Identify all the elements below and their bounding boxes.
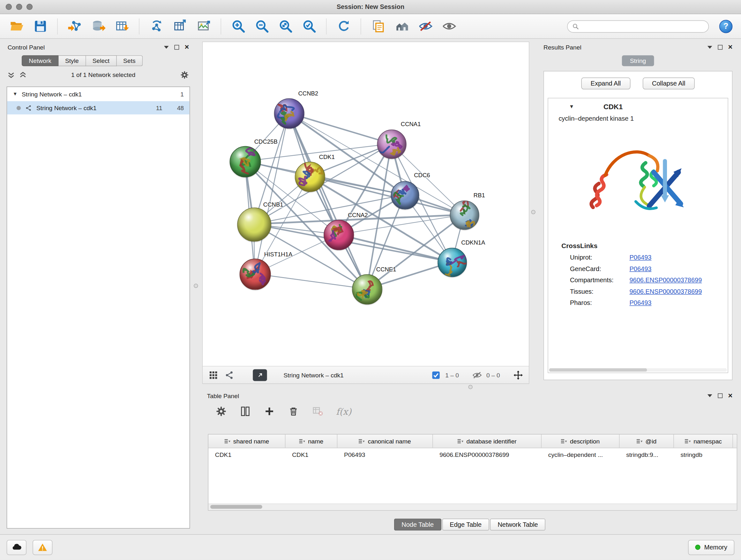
memory-status-button[interactable]: Memory [688, 540, 734, 555]
disclosure-triangle-icon[interactable]: ▼ [569, 104, 574, 109]
network-node-CDC6[interactable] [391, 181, 419, 209]
crosslink-value-link[interactable]: 9606.ENSP00000378699 [630, 276, 702, 284]
crosslink-value-link[interactable]: P06493 [630, 265, 652, 272]
network-node-CDC25B[interactable] [230, 146, 261, 178]
network-tree: ▼ String Network – cdk1 1 String Network… [7, 86, 190, 529]
scrollbar-thumb[interactable] [210, 505, 262, 509]
column-header-database-identifier[interactable]: database identifier [433, 435, 542, 448]
show-style-button[interactable] [439, 16, 459, 36]
horizontal-splitter-handle[interactable] [468, 385, 473, 389]
network-collection-count: 1 [180, 91, 184, 98]
minimize-window-button[interactable] [16, 4, 22, 10]
tab-string[interactable]: String [622, 55, 654, 66]
gene-section-header[interactable]: ▼ CDK1 [548, 98, 728, 114]
tab-network-table[interactable]: Network Table [490, 519, 546, 531]
import-network-database-button[interactable] [88, 16, 108, 36]
crosslink-value-link[interactable]: P06493 [630, 254, 652, 261]
network-node-HIST1H1A[interactable] [240, 259, 271, 290]
delete-trash-icon[interactable] [288, 406, 299, 417]
import-table-file-button[interactable] [112, 16, 132, 36]
zoom-selected-button[interactable] [299, 16, 319, 36]
close-panel-icon[interactable]: × [728, 44, 732, 51]
maximize-panel-icon[interactable] [174, 45, 179, 50]
maximize-window-button[interactable] [26, 4, 32, 10]
tab-network[interactable]: Network [22, 55, 58, 66]
zoom-in-button[interactable] [228, 16, 248, 36]
toolbar-separator [221, 18, 221, 34]
new-network-button[interactable] [146, 16, 166, 36]
close-panel-icon[interactable]: × [728, 392, 732, 400]
crosslink-label: GeneCard: [570, 265, 630, 272]
show-columns-icon[interactable] [240, 406, 251, 417]
network-collection-row[interactable]: ▼ String Network – cdk1 1 [7, 87, 190, 101]
cloud-icon [11, 542, 22, 553]
network-node-CCNB1[interactable] [237, 207, 271, 242]
help-button[interactable]: ? [719, 19, 732, 33]
tab-edge-table[interactable]: Edge Table [442, 519, 489, 531]
close-panel-icon[interactable]: × [185, 44, 189, 51]
crosslink-value-link[interactable]: 9606.ENSP00000378699 [630, 288, 702, 295]
hide-style-button[interactable] [415, 16, 435, 36]
float-panel-icon[interactable] [164, 46, 169, 49]
move-crosshair-icon[interactable] [513, 370, 523, 380]
collapse-all-button[interactable]: Collapse All [643, 78, 695, 89]
search-input[interactable] [582, 22, 704, 30]
network-node-CCNB2[interactable] [274, 98, 305, 129]
network-node-CCNA1[interactable] [377, 130, 407, 159]
expand-all-button[interactable]: Expand All [581, 78, 630, 89]
table-horizontal-scrollbar[interactable] [208, 503, 737, 510]
vertical-splitter-handle[interactable] [194, 284, 198, 288]
network-node-CCNE1[interactable] [352, 274, 382, 305]
disclosure-triangle-icon[interactable]: ▼ [13, 91, 17, 97]
tab-node-table[interactable]: Node Table [394, 519, 441, 531]
save-session-button[interactable] [30, 16, 50, 36]
maximize-panel-icon[interactable] [718, 393, 723, 398]
add-column-plus-icon[interactable] [264, 406, 275, 417]
export-table-button[interactable] [170, 16, 190, 36]
refresh-button[interactable] [333, 16, 353, 36]
network-list-icon[interactable] [224, 370, 234, 380]
cloud-button[interactable] [7, 540, 26, 555]
open-session-button[interactable] [7, 16, 26, 36]
network-canvas[interactable]: CCNB2CCNA1CDC25BCDK1CDC6RB1CCNB1CCNA2CDK… [203, 42, 529, 366]
tab-sets[interactable]: Sets [117, 55, 142, 66]
column-header--id[interactable]: @id [619, 435, 674, 448]
float-panel-icon[interactable] [707, 394, 712, 397]
network-node-CCNA2[interactable] [324, 220, 354, 250]
column-header-name[interactable]: name [285, 435, 337, 448]
column-header-description[interactable]: description [542, 435, 619, 448]
collapse-all-icon[interactable] [8, 71, 15, 78]
network-node-CDK1[interactable] [295, 162, 325, 192]
column-header-namespac[interactable]: namespac [674, 435, 733, 448]
network-node-RB1[interactable] [450, 200, 479, 230]
zoom-out-button[interactable] [252, 16, 272, 36]
clone-network-button[interactable] [368, 16, 388, 36]
network-node-CDKN1A[interactable] [437, 248, 467, 277]
function-builder-button[interactable]: f(x) [336, 406, 351, 417]
table-tabs: Node TableEdge TableNetwork Table [202, 519, 737, 531]
network-selection-summary: 1 of 1 Network selected [31, 71, 176, 78]
import-network-file-button[interactable] [65, 16, 84, 36]
zoom-fit-button[interactable] [275, 16, 295, 36]
table-settings-gear-icon[interactable] [215, 406, 227, 417]
column-header-shared-name[interactable]: shared name [208, 435, 285, 448]
network-row-selected[interactable]: String Network – cdk1 11 48 [7, 101, 190, 114]
grid-view-icon[interactable] [208, 370, 218, 380]
maximize-panel-icon[interactable] [718, 45, 723, 50]
gear-icon[interactable] [180, 71, 189, 79]
tab-select[interactable]: Select [86, 55, 117, 66]
warnings-button[interactable] [32, 540, 52, 555]
results-horizontal-scrollbar[interactable] [549, 368, 727, 372]
float-panel-icon[interactable] [707, 46, 712, 49]
crosslink-value-link[interactable]: P06493 [630, 299, 652, 306]
toolbar-separator [360, 18, 361, 34]
export-image-button[interactable] [194, 16, 213, 36]
tab-style[interactable]: Style [58, 55, 86, 66]
table-row[interactable]: CDK1CDK1P064939606.ENSP00000378699cyclin… [208, 448, 737, 461]
column-header-canonical-name[interactable]: canonical name [337, 435, 433, 448]
detach-view-button[interactable] [253, 369, 267, 381]
expand-all-icon[interactable] [19, 71, 26, 78]
close-window-button[interactable] [6, 4, 12, 10]
vertical-splitter-handle[interactable] [531, 210, 535, 214]
string-home-button[interactable] [392, 16, 412, 36]
